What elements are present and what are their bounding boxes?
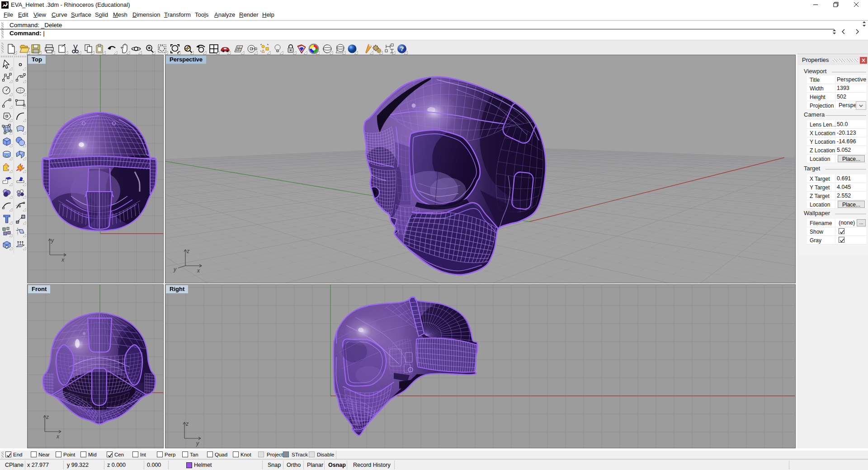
- svg-text:z: z: [185, 421, 189, 427]
- svg-text:y: y: [173, 266, 177, 273]
- svg-text:x: x: [56, 433, 60, 440]
- svg-text:z: z: [186, 248, 189, 254]
- svg-text:x: x: [197, 268, 200, 274]
- svg-text:x: x: [61, 257, 65, 263]
- svg-text:?: ?: [400, 45, 404, 52]
- svg-text:y: y: [196, 440, 199, 446]
- svg-text:z: z: [46, 414, 49, 420]
- svg-text:y: y: [51, 237, 54, 244]
